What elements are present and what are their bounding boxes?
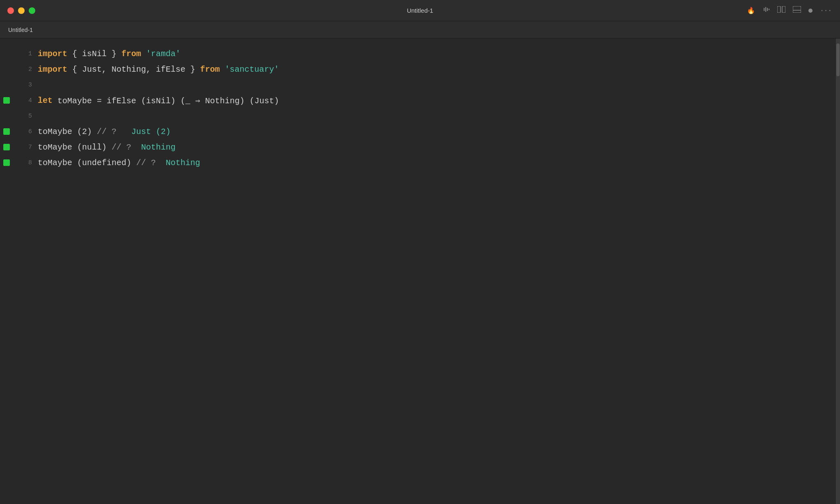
green-dot-7 <box>3 144 10 150</box>
code-line-2: import { Just, Nothing, ifElse } from 's… <box>38 61 836 77</box>
result-8: Nothing <box>166 158 200 168</box>
svg-rect-6 <box>793 6 801 13</box>
string-sanctuary: 'sanctuary' <box>225 65 279 74</box>
indicator-3 <box>0 77 13 93</box>
code-line-6: toMaybe (2) // ? Just (2) <box>38 124 836 139</box>
svg-rect-0 <box>764 8 765 11</box>
close-button[interactable] <box>7 7 14 14</box>
minimize-button[interactable] <box>18 7 25 14</box>
titlebar: Untitled-1 🔥 <box>0 0 840 21</box>
line-num-5: 5 <box>13 108 38 124</box>
green-dot-8 <box>3 159 10 166</box>
comment-8: // ? <box>136 158 161 168</box>
indicator-2 <box>0 61 13 77</box>
code-line-4: let toMaybe = ifElse (isNil) (_ ⇒ Nothin… <box>38 93 836 108</box>
indicator-8 <box>0 155 13 170</box>
flame-icon[interactable]: 🔥 <box>747 7 755 15</box>
svg-rect-2 <box>767 8 768 11</box>
more-icon[interactable]: ··· <box>820 7 832 14</box>
line-num-8: 8 <box>13 155 38 170</box>
code-line-8: toMaybe (undefined) // ? Nothing <box>38 155 836 170</box>
result-6: Just (2) <box>131 127 171 136</box>
toolbar-icons: 🔥 ··· <box>747 6 832 15</box>
indicator-4 <box>0 93 13 108</box>
broadcast-icon[interactable] <box>762 6 770 15</box>
indicator-6 <box>0 124 13 139</box>
svg-rect-3 <box>769 9 769 10</box>
scrollbar[interactable] <box>836 39 840 504</box>
line-num-7: 7 <box>13 139 38 155</box>
indicator-5 <box>0 108 13 124</box>
line-num-3: 3 <box>13 77 38 93</box>
string-ramda: 'ramda' <box>146 49 180 59</box>
line-num-6: 6 <box>13 124 38 139</box>
comment-7: // ? <box>112 143 136 152</box>
tabbar: Untitled-1 <box>0 21 840 39</box>
svg-rect-5 <box>782 6 785 13</box>
green-dot-6 <box>3 128 10 135</box>
svg-rect-1 <box>765 7 766 12</box>
svg-rect-4 <box>777 6 781 13</box>
code-line-1: import { isNil } from 'ramda' <box>38 46 836 61</box>
code-line-7: toMaybe (null) // ? Nothing <box>38 139 836 155</box>
indicator-7 <box>0 139 13 155</box>
tab-label[interactable]: Untitled-1 <box>8 27 33 33</box>
maximize-button[interactable] <box>29 7 35 14</box>
editor: 1 2 3 4 5 6 7 8 import { isNil } from 'r… <box>0 39 840 504</box>
keyword-import-1: import <box>38 49 67 59</box>
green-dot-4 <box>3 97 10 104</box>
scrollbar-thumb[interactable] <box>836 43 840 76</box>
keyword-import-2: import <box>38 65 67 74</box>
comment-6: // ? <box>97 127 121 136</box>
result-7: Nothing <box>141 143 176 152</box>
line-num-4: 4 <box>13 93 38 108</box>
traffic-lights <box>7 7 35 14</box>
line-num-2: 2 <box>13 61 38 77</box>
dot-icon[interactable] <box>808 9 813 13</box>
split-view-icon[interactable] <box>777 6 785 15</box>
code-line-5 <box>38 108 836 124</box>
code-line-3 <box>38 77 836 93</box>
keyword-from-2: from <box>200 65 220 74</box>
panel-icon[interactable] <box>793 6 801 15</box>
indicator-1 <box>0 46 13 61</box>
line-indicators <box>0 39 13 504</box>
keyword-let: let <box>38 96 52 105</box>
window-title: Untitled-1 <box>407 7 433 14</box>
line-numbers: 1 2 3 4 5 6 7 8 <box>13 39 38 504</box>
code-area[interactable]: import { isNil } from 'ramda' import { J… <box>38 39 836 504</box>
line-num-1: 1 <box>13 46 38 61</box>
keyword-from-1: from <box>121 49 141 59</box>
